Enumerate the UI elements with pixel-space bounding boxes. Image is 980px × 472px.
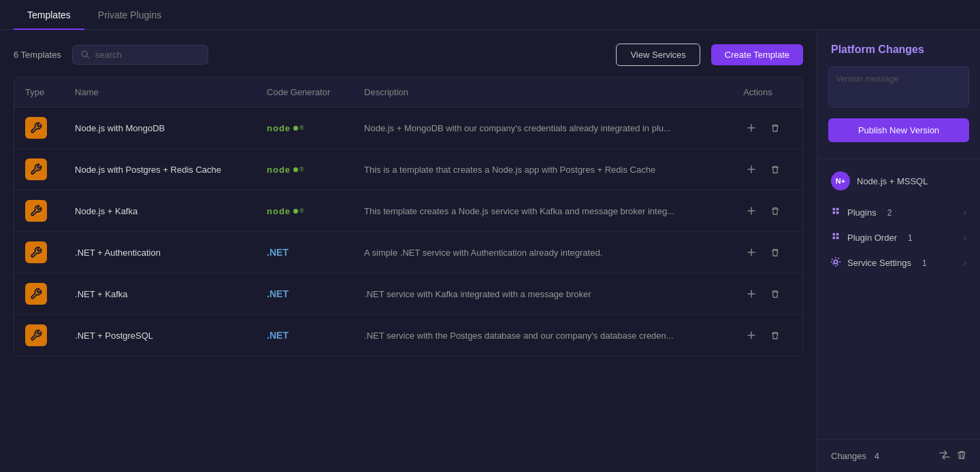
row-actions-cell	[732, 107, 802, 149]
description-text: A simple .NET service with Authenticatio…	[364, 248, 602, 258]
row-description-cell: Node.js + MongoDB with our company's cre…	[353, 107, 732, 149]
plugin-order-icon	[831, 232, 840, 243]
row-description-cell: .NET service with the Postges database a…	[353, 315, 732, 356]
version-message-box[interactable]: Version message	[828, 67, 969, 107]
changes-label: Changes	[831, 451, 866, 461]
col-code-generator: Code Generator	[256, 78, 353, 107]
tab-templates[interactable]: Templates	[14, 0, 84, 30]
table-row: Node.js with MongoDB node ® Node.js + Mo…	[14, 107, 802, 149]
panel-menu-plugins[interactable]: Plugins 2 ›	[817, 200, 980, 225]
row-name-cell: .NET + PostgreSQL	[64, 315, 256, 356]
row-actions-cell	[732, 273, 802, 315]
col-type: Type	[14, 78, 64, 107]
row-type-cell	[14, 107, 64, 149]
footer-delete-button[interactable]	[957, 450, 966, 462]
dotnet-label: .NET	[267, 330, 289, 341]
row-name-cell: .NET + Kafka	[64, 273, 256, 315]
description-text: This is a template that creates a Node.j…	[364, 165, 655, 175]
plugins-label: Plugins	[847, 207, 877, 218]
panel-menu-service-settings[interactable]: Service Settings 1 ›	[817, 250, 980, 275]
delete-action-button[interactable]	[768, 120, 783, 135]
search-icon	[81, 50, 90, 59]
row-code-gen-cell: node ®	[256, 149, 353, 190]
row-actions-cell	[732, 190, 802, 232]
add-action-button[interactable]	[743, 327, 760, 343]
delete-action-button[interactable]	[768, 286, 783, 301]
row-type-cell	[14, 190, 64, 232]
node-label: node	[267, 206, 291, 216]
service-settings-chevron-icon: ›	[964, 258, 966, 268]
table-row: .NET + Kafka.NET.NET service with Kafka …	[14, 273, 802, 315]
delete-action-button[interactable]	[768, 162, 783, 177]
delete-action-button[interactable]	[768, 328, 783, 343]
add-action-button[interactable]	[743, 120, 760, 136]
search-wrapper	[72, 45, 208, 65]
view-services-button[interactable]: View Services	[616, 44, 700, 66]
type-icon	[25, 283, 47, 305]
col-description: Description	[353, 78, 732, 107]
service-avatar: N+	[831, 171, 850, 190]
row-name-cell: .NET + Authentication	[64, 232, 256, 273]
plugins-icon	[831, 207, 840, 218]
col-actions: Actions	[732, 78, 802, 107]
template-count-label: 6 Templates	[14, 50, 61, 60]
selected-service: N+ Node.js + MSSQL	[817, 162, 980, 200]
row-actions-cell	[732, 315, 802, 356]
panel-menu-plugin-order[interactable]: Plugin Order 1 ›	[817, 225, 980, 250]
nodejs-logo: node ®	[267, 123, 342, 133]
panel-footer: Changes 4	[817, 439, 980, 472]
dotnet-label: .NET	[267, 247, 289, 258]
row-type-cell	[14, 273, 64, 315]
row-description-cell: This template creates a Node.js service …	[353, 190, 732, 232]
version-message-placeholder: Version message	[836, 74, 898, 84]
description-text: .NET service with Kafka integrated with …	[364, 289, 591, 299]
row-description-cell: A simple .NET service with Authenticatio…	[353, 232, 732, 273]
row-code-gen-cell: .NET	[256, 315, 353, 356]
panel-divider-top	[817, 158, 980, 159]
row-type-cell	[14, 149, 64, 190]
templates-table: Type Name Code Generator Description Act…	[14, 77, 803, 356]
description-text: This template creates a Node.js service …	[364, 206, 674, 216]
add-action-button[interactable]	[743, 203, 760, 219]
service-settings-icon	[831, 257, 840, 269]
publish-new-version-button[interactable]: Publish New Version	[828, 118, 969, 142]
plugin-order-label: Plugin Order	[847, 233, 897, 243]
row-code-gen-cell: .NET	[256, 273, 353, 315]
col-name: Name	[64, 78, 256, 107]
node-reg: ®	[299, 207, 304, 214]
node-label: node	[267, 165, 291, 175]
add-action-button[interactable]	[743, 286, 760, 302]
node-dot	[293, 167, 298, 172]
plugin-order-count: 1	[908, 233, 913, 243]
tabs-bar: Templates Private Plugins	[0, 0, 980, 30]
delete-action-button[interactable]	[768, 203, 783, 218]
row-name-cell: Node.js with Postgres + Redis Cache	[64, 149, 256, 190]
type-icon	[25, 241, 47, 263]
table-header-row: Type Name Code Generator Description Act…	[14, 78, 802, 107]
create-template-button[interactable]: Create Template	[711, 44, 803, 65]
row-actions-cell	[732, 149, 802, 190]
row-description-cell: This is a template that creates a Node.j…	[353, 149, 732, 190]
row-name-cell: Node.js + Kafka	[64, 190, 256, 232]
right-panel: Platform Changes Version message Publish…	[817, 30, 980, 472]
type-icon	[25, 158, 47, 180]
node-dot	[293, 126, 298, 131]
type-icon	[25, 117, 47, 139]
type-icon	[25, 200, 47, 222]
table-row: Node.js with Postgres + Redis Cache node…	[14, 149, 802, 190]
description-text: .NET service with the Postges database a…	[364, 331, 674, 341]
search-input[interactable]	[95, 50, 199, 60]
svg-line-1	[86, 56, 88, 58]
row-actions-cell	[732, 232, 802, 273]
tab-private-plugins[interactable]: Private Plugins	[84, 0, 175, 30]
row-name-cell: Node.js with MongoDB	[64, 107, 256, 149]
add-action-button[interactable]	[743, 161, 760, 178]
row-type-cell	[14, 232, 64, 273]
type-icon	[25, 324, 47, 346]
add-action-button[interactable]	[743, 244, 760, 260]
footer-transfer-button[interactable]	[939, 450, 950, 462]
node-reg: ®	[299, 166, 304, 173]
service-settings-label: Service Settings	[847, 258, 911, 268]
table-row: .NET + Authentication.NETA simple .NET s…	[14, 232, 802, 273]
delete-action-button[interactable]	[768, 245, 783, 260]
